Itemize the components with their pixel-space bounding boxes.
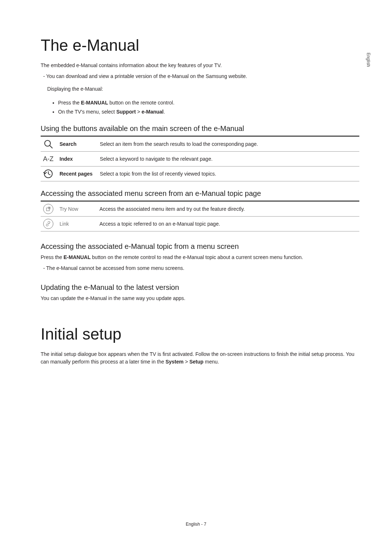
recent-desc: Select a topic from the list of recently… bbox=[96, 167, 359, 181]
try-now-label: Try Now bbox=[56, 202, 96, 217]
text: > bbox=[184, 359, 189, 365]
table-row: Recent pages Select a topic from the lis… bbox=[41, 167, 359, 181]
language-tab: English bbox=[366, 53, 371, 67]
displaying-label: Displaying the e-Manual: bbox=[47, 85, 359, 93]
table-row: Search Select an item from the search re… bbox=[41, 137, 359, 152]
try-now-icon bbox=[41, 202, 56, 217]
step-press-button: Press the E-MANUAL button on the remote … bbox=[58, 98, 359, 107]
index-icon: A-Z bbox=[41, 152, 56, 167]
subhead-associated-menu: Accessing the associated menu screen fro… bbox=[41, 189, 359, 202]
table-row: Try Now Access the associated menu item … bbox=[41, 202, 359, 217]
try-now-desc: Access the associated menu item and try … bbox=[96, 202, 359, 217]
text: Press the bbox=[41, 254, 64, 260]
text: menu. bbox=[204, 359, 219, 365]
bold-system: System bbox=[166, 359, 184, 365]
link-icon bbox=[41, 217, 56, 231]
subhead-main-buttons: Using the buttons available on the main … bbox=[41, 124, 359, 137]
text: > bbox=[136, 109, 142, 115]
search-icon bbox=[41, 137, 56, 152]
associated-menu-table: Try Now Access the associated menu item … bbox=[41, 201, 359, 231]
main-buttons-table: Search Select an item from the search re… bbox=[41, 136, 359, 181]
table-row: A-Z Index Select a keyword to navigate t… bbox=[41, 152, 359, 167]
page-footer: English - 7 bbox=[0, 522, 392, 527]
section-title-emanual: The e-Manual bbox=[41, 36, 359, 54]
from-menu-text: Press the E-MANUAL button on the remote … bbox=[41, 254, 359, 262]
text: button on the remote control to read the… bbox=[91, 254, 303, 260]
table-row: Link Access a topic referred to on an e-… bbox=[41, 217, 359, 231]
section-title-initial-setup: Initial setup bbox=[41, 325, 359, 343]
recent-label: Recent pages bbox=[56, 167, 96, 181]
step-menu-path: On the TV's menu, select Support > e-Man… bbox=[58, 107, 359, 116]
subhead-from-menu: Accessing the associated e-Manual topic … bbox=[41, 242, 359, 251]
search-desc: Select an item from the search results t… bbox=[96, 137, 359, 152]
subhead-updating: Updating the e-Manual to the latest vers… bbox=[41, 283, 359, 292]
text: Press the bbox=[58, 100, 81, 106]
recent-icon bbox=[41, 167, 56, 181]
bold-support: Support bbox=[116, 109, 136, 115]
index-label: Index bbox=[56, 152, 96, 167]
svg-line-1 bbox=[50, 145, 52, 148]
text: On the TV's menu, select bbox=[58, 109, 116, 115]
svg-line-4 bbox=[48, 174, 50, 175]
from-menu-note: The e-Manual cannot be accessed from som… bbox=[41, 264, 359, 272]
text: . bbox=[164, 109, 165, 115]
link-desc: Access a topic referred to on an e-Manua… bbox=[96, 217, 359, 231]
link-label: Link bbox=[56, 217, 96, 231]
intro-text: The embedded e-Manual contains informati… bbox=[41, 62, 359, 70]
updating-text: You can update the e-Manual in the same … bbox=[41, 295, 359, 303]
bold-setup: Setup bbox=[189, 359, 204, 365]
download-note: You can download and view a printable ve… bbox=[41, 73, 359, 81]
page-content: The e-Manual The embedded e-Manual conta… bbox=[0, 0, 392, 366]
initial-setup-text: The initial setup dialogue box appears w… bbox=[41, 350, 359, 366]
index-desc: Select a keyword to navigate to the rele… bbox=[96, 152, 359, 167]
displaying-steps: Press the E-MANUAL button on the remote … bbox=[58, 98, 359, 116]
bold-emanual: E-MANUAL bbox=[64, 254, 91, 260]
bold-emanual: E-MANUAL bbox=[81, 100, 108, 106]
bold-emanual: e-Manual bbox=[142, 109, 164, 115]
search-label: Search bbox=[56, 137, 96, 152]
text: button on the remote control. bbox=[108, 100, 175, 106]
